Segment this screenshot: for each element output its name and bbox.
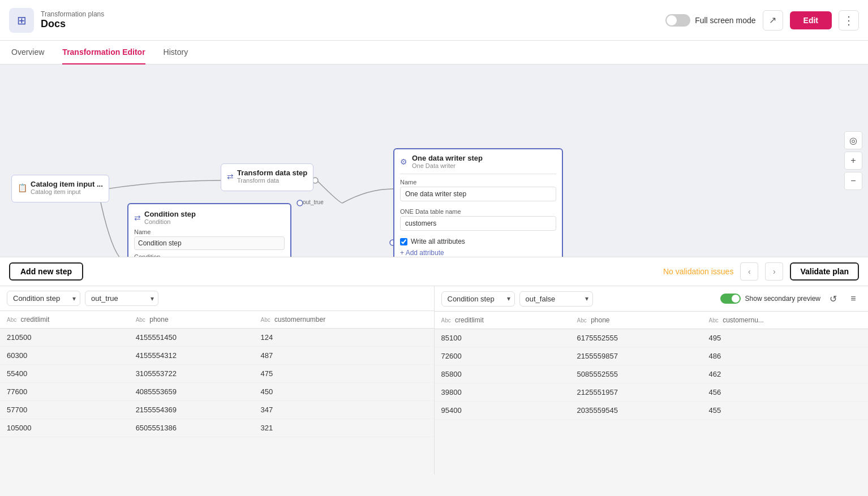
condition-node[interactable]: ⇄ Condition step Condition Name Conditio… [127, 203, 291, 257]
left-col-customernumber: Abc customernumber [254, 311, 434, 329]
list-item: 5085552555 [570, 365, 702, 383]
more-button[interactable]: ⋮ [839, 10, 859, 31]
list-item: 450 [254, 383, 434, 401]
refresh-button[interactable]: ↺ [825, 291, 841, 307]
share-button[interactable]: ↗ [763, 10, 783, 31]
zoom-out-button[interactable]: − [844, 172, 862, 190]
transform-node-title: Transform data step [237, 169, 307, 177]
zoom-controls: ◎ + − [844, 131, 862, 190]
table-row: 858005085552555462 [435, 365, 869, 383]
transform-node-header: ⇄ Transform data step Transform data [227, 169, 307, 184]
chevron-right-icon: › [773, 267, 776, 276]
share-icon: ↗ [769, 15, 776, 25]
left-type-badge-2: Abc [136, 317, 145, 323]
fullscreen-toggle[interactable] [665, 14, 690, 27]
transform-node[interactable]: ⇄ Transform data step Transform data [221, 163, 313, 191]
zoom-locate-icon: ◎ [849, 135, 857, 146]
right-data-panel: Condition step out_false Show secondary … [435, 286, 869, 475]
nav-prev-button[interactable]: ‹ [740, 262, 758, 281]
condition-name-label: Name [134, 228, 285, 235]
table-row: 577002155554369347 [0, 401, 434, 419]
add-attribute-btn[interactable]: + Add attribute [400, 249, 556, 257]
catalog-icon: 📋 [18, 183, 27, 192]
writer-node-subtitle: One Data writer [412, 162, 483, 169]
left-output-select[interactable]: out_true [85, 291, 158, 306]
left-col-name-2: phone [149, 316, 168, 324]
right-col-name-3: customernu... [723, 316, 764, 324]
list-item: 72600 [435, 347, 570, 365]
left-type-badge-3: Abc [261, 317, 270, 323]
list-item: 2125551957 [570, 383, 702, 402]
left-step-select[interactable]: Condition step [7, 291, 80, 306]
svg-point-0 [297, 200, 303, 206]
canvas-area: 📋 Catalog item input ... Catalog item in… [0, 64, 868, 257]
nav-next-button[interactable]: › [765, 262, 783, 281]
write-all-checkbox[interactable] [400, 238, 407, 245]
list-item: 4155551450 [129, 329, 254, 347]
list-item: 77600 [0, 383, 129, 401]
filter-icon: ≡ [850, 294, 856, 304]
list-item: 2035559545 [570, 402, 702, 420]
list-item: 6505551386 [129, 419, 254, 437]
right-panel-header: Condition step out_false Show secondary … [435, 286, 869, 312]
out-true-label: out_true [303, 199, 324, 205]
right-type-badge-3: Abc [709, 317, 719, 324]
list-item: 85800 [435, 365, 570, 383]
edit-button[interactable]: Edit [790, 11, 832, 29]
writer-name-input[interactable] [400, 187, 556, 201]
condition-name-input[interactable] [134, 236, 285, 250]
tab-history[interactable]: History [164, 41, 188, 64]
right-step-select[interactable]: Condition step [441, 291, 515, 307]
writer-node-header: ⚙ One data writer step One Data writer [400, 154, 556, 174]
right-table-header-row: Abc creditlimit Abc phone Abc customernu… [435, 312, 869, 329]
table-row: 2105004155551450124 [0, 329, 434, 347]
list-item: 4085553659 [129, 383, 254, 401]
condition-node-header: ⇄ Condition step Condition [134, 210, 285, 225]
catalog-node-header: 📋 Catalog item input ... Catalog item in… [18, 180, 103, 195]
validate-button[interactable]: Validate plan [790, 262, 859, 281]
tab-transformation-editor[interactable]: Transformation Editor [62, 41, 145, 64]
zoom-in-button[interactable]: + [844, 152, 862, 170]
list-item: 105000 [0, 419, 129, 437]
table-row: 726002155559857486 [435, 347, 869, 365]
table-row: 398002125551957456 [435, 383, 869, 402]
right-output-select[interactable]: out_false [519, 291, 593, 307]
left-output-select-wrap: out_true [85, 291, 158, 306]
more-icon: ⋮ [843, 14, 854, 27]
chevron-left-icon: ‹ [748, 267, 751, 276]
writer-node[interactable]: ⚙ One data writer step One Data writer N… [393, 148, 563, 257]
left-step-select-wrap: Condition step [7, 291, 80, 306]
writer-icon: ⚙ [400, 157, 407, 166]
header-right: Full screen mode ↗ Edit ⋮ [665, 10, 859, 31]
table-row: 603004155554312487 [0, 347, 434, 365]
filter-button[interactable]: ≡ [845, 291, 861, 307]
logo-icon: ⊞ [17, 14, 27, 27]
list-item: 39800 [435, 383, 570, 402]
left-panel-header: Condition step out_true [0, 286, 434, 311]
zoom-out-icon: − [850, 176, 856, 186]
list-item: 85100 [435, 329, 570, 347]
zoom-locate-button[interactable]: ◎ [844, 131, 862, 149]
writer-table-input[interactable] [400, 216, 556, 231]
condition-node-subtitle: Condition [144, 218, 196, 225]
tab-overview[interactable]: Overview [11, 41, 44, 64]
catalog-node-title: Catalog item input ... [31, 180, 103, 188]
list-item: 95400 [435, 402, 570, 420]
right-output-select-wrap: out_false [519, 291, 593, 307]
data-panels: Condition step out_true Abc creditlimit [0, 286, 868, 475]
secondary-toggle-knob [732, 295, 740, 303]
list-item: 6175552555 [570, 329, 702, 347]
secondary-preview-toggle[interactable] [720, 294, 741, 304]
left-table-body: 2105004155551450124603004155554312487554… [0, 329, 434, 437]
right-col-creditlimit: Abc creditlimit [435, 312, 570, 329]
list-item: 486 [702, 347, 868, 365]
list-item: 60300 [0, 347, 129, 365]
header-titles: Transformation plans Docs [41, 10, 104, 30]
app-logo: ⊞ [9, 8, 34, 33]
add-step-button[interactable]: Add new step [9, 262, 83, 281]
table-row: 954002035559545455 [435, 402, 869, 420]
condition-code-label: Condition [134, 253, 285, 257]
table-row: 1050006505551386321 [0, 419, 434, 437]
catalog-node[interactable]: 📋 Catalog item input ... Catalog item in… [11, 175, 109, 202]
right-col-customernumber: Abc customernu... [702, 312, 868, 329]
